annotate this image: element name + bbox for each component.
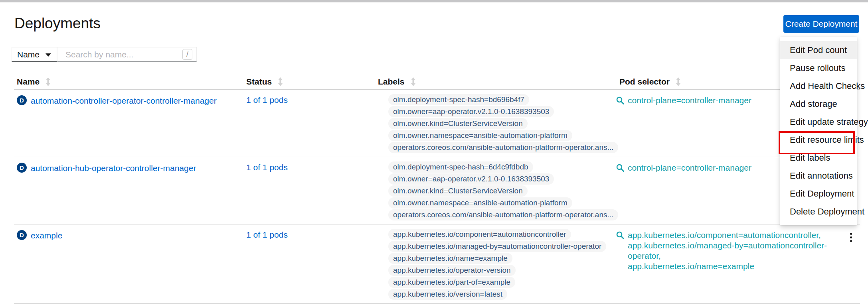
menu-item-add-health-checks[interactable]: Add Health Checks (780, 77, 857, 95)
table-body: Dautomation-controller-operator-controll… (14, 90, 860, 304)
search-icon (616, 231, 625, 242)
menu-item-add-storage[interactable]: Add storage (780, 95, 857, 113)
name-cell: Dautomation-controller-operator-controll… (14, 90, 246, 157)
label-chip: operators.coreos.com/ansible-automation-… (388, 142, 618, 153)
labels-cell: app.kubernetes.io/component=automationco… (378, 224, 615, 303)
sort-icon (277, 77, 283, 86)
slash-shortcut-badge: / (182, 49, 192, 60)
label-chip: app.kubernetes.io/part-of=example (388, 277, 515, 288)
menu-item-edit-pod-count[interactable]: Edit Pod count (780, 41, 857, 59)
column-header-label: Labels (378, 77, 405, 87)
deployment-name-link[interactable]: automation-controller-operator-controlle… (31, 95, 217, 106)
kebab-menu-button[interactable] (848, 231, 854, 303)
sort-icon (410, 77, 416, 86)
menu-item-edit-resource-limits[interactable]: Edit resource limits (780, 131, 857, 149)
label-chip: app.kubernetes.io/component=automationco… (388, 229, 571, 240)
status-cell: 1 of 1 pods (246, 157, 378, 224)
kebab-cell (842, 224, 860, 303)
column-header-label: Pod selector (619, 77, 670, 87)
actions-dropdown-menu: Edit Pod countPause rolloutsAdd Health C… (780, 37, 857, 225)
search-icon (616, 96, 625, 107)
deployment-resource-badge: D (17, 163, 27, 173)
filter-toolbar: Name / (12, 47, 197, 62)
pods-status-link[interactable]: 1 of 1 pods (246, 95, 288, 104)
column-header-label: Status (246, 77, 272, 87)
table-row: Dautomation-hub-operator-controller-mana… (14, 157, 860, 224)
table-row: Dautomation-controller-operator-controll… (14, 90, 860, 157)
deployments-table: NameStatusLabelsPod selector Dautomation… (14, 74, 860, 304)
pods-status-link[interactable]: 1 of 1 pods (246, 163, 288, 172)
menu-item-edit-deployment[interactable]: Edit Deployment (780, 185, 857, 203)
table-row: Dexample1 of 1 podsapp.kubernetes.io/com… (14, 224, 860, 304)
label-chip: app.kubernetes.io/operator-version (388, 265, 516, 276)
deployment-name-link[interactable]: automation-hub-operator-controller-manag… (31, 163, 196, 173)
menu-item-edit-labels[interactable]: Edit labels (780, 149, 857, 167)
pod-selector-cell: app.kubernetes.io/component=automationco… (615, 224, 842, 303)
pod-selector-link[interactable]: app.kubernetes.io/component=automationco… (616, 230, 842, 272)
label-chip: olm.owner.namespace=ansible-automation-p… (388, 197, 572, 209)
label-chip: olm.deployment-spec-hash=bd696b4f7 (388, 94, 529, 105)
pod-selector-text: app.kubernetes.io/component=automationco… (628, 230, 842, 272)
label-chip: app.kubernetes.io/version=latest (388, 289, 507, 300)
pod-selector-text: control-plane=controller-manager (628, 163, 751, 173)
label-chip: operators.coreos.com/ansible-automation-… (388, 209, 618, 220)
deployment-name-link[interactable]: example (31, 230, 62, 240)
pods-status-link[interactable]: 1 of 1 pods (246, 230, 288, 239)
label-chip: olm.owner.kind=ClusterServiceVersion (388, 185, 528, 197)
kebab-icon (850, 233, 852, 235)
column-header-label: Name (17, 77, 40, 87)
page-title: Deployments (14, 15, 101, 32)
search-input[interactable] (65, 50, 182, 59)
column-header-status[interactable]: Status (246, 77, 378, 87)
filter-type-label: Name (17, 50, 40, 59)
table-header-row: NameStatusLabelsPod selector (14, 74, 860, 90)
label-chip: olm.owner.namespace=ansible-automation-p… (388, 130, 572, 141)
menu-item-edit-annotations[interactable]: Edit annotations (780, 167, 857, 185)
column-header-labels[interactable]: Labels (378, 77, 615, 87)
filter-type-dropdown[interactable]: Name (12, 47, 57, 62)
menu-item-delete-deployment[interactable]: Delete Deployment (780, 203, 857, 220)
status-cell: 1 of 1 pods (246, 90, 378, 157)
name-cell: Dautomation-hub-operator-controller-mana… (14, 157, 246, 224)
label-chip: olm.owner.kind=ClusterServiceVersion (388, 118, 528, 129)
pod-selector-text: control-plane=controller-manager (628, 95, 751, 106)
sort-icon (675, 77, 681, 86)
label-chip: olm.owner=aap-operator.v2.1.0-0.16383935… (388, 173, 554, 185)
column-header-name[interactable]: Name (14, 77, 246, 87)
search-icon (616, 163, 625, 174)
name-cell: Dexample (14, 224, 246, 303)
masthead-edge (0, 0, 868, 2)
menu-item-pause-rollouts[interactable]: Pause rollouts (780, 59, 857, 77)
label-chip: app.kubernetes.io/managed-by=automationc… (388, 241, 606, 252)
labels-cell: olm.deployment-spec-hash=6d4c9fdbdbolm.o… (378, 157, 615, 224)
search-box: / (57, 47, 197, 62)
sort-icon (45, 77, 51, 86)
deployment-resource-badge: D (17, 95, 27, 105)
pod-selector-line: control-plane=controller-manager (628, 95, 751, 106)
labels-cell: olm.deployment-spec-hash=bd696b4f7olm.ow… (378, 90, 615, 157)
status-cell: 1 of 1 pods (246, 224, 378, 303)
chevron-down-icon (45, 53, 51, 57)
label-chip: app.kubernetes.io/name=example (388, 253, 512, 264)
deployment-resource-badge: D (17, 230, 27, 240)
label-chip: olm.owner=aap-operator.v2.1.0-0.16383935… (388, 106, 554, 117)
label-chip: olm.deployment-spec-hash=6d4c9fdbdb (388, 161, 533, 173)
pod-selector-line: app.kubernetes.io/managed-by=automationc… (628, 240, 842, 261)
pod-selector-line: app.kubernetes.io/component=automationco… (628, 230, 842, 240)
pod-selector-line: control-plane=controller-manager (628, 163, 751, 173)
menu-item-edit-update-strategy[interactable]: Edit update strategy (780, 113, 857, 131)
create-deployment-button[interactable]: Create Deployment (783, 15, 859, 33)
pod-selector-line: app.kubernetes.io/name=example (628, 261, 842, 272)
